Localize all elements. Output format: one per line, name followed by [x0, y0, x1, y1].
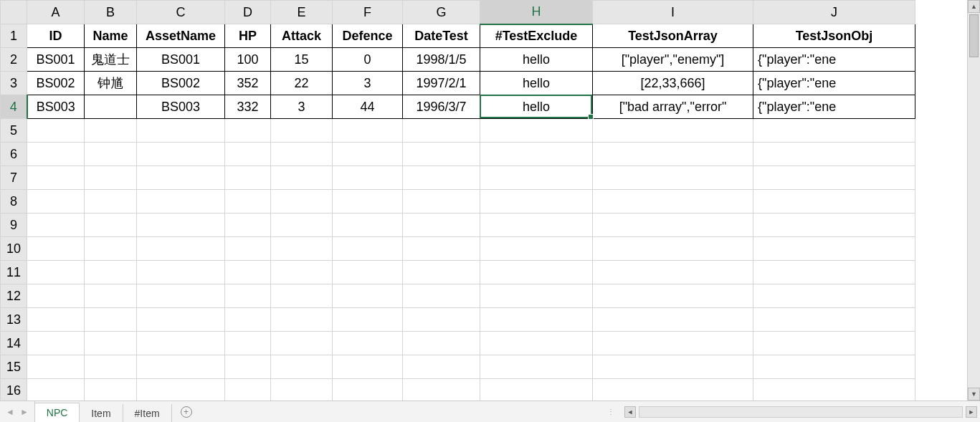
- cell-A13[interactable]: [27, 308, 85, 332]
- column-header-D[interactable]: D: [225, 1, 271, 24]
- cell-B1[interactable]: Name: [85, 24, 137, 48]
- cell-C15[interactable]: [137, 355, 225, 379]
- cell-C13[interactable]: [137, 308, 225, 332]
- row-header-4[interactable]: 4: [1, 95, 27, 119]
- cell-H13[interactable]: [480, 308, 593, 332]
- cell-F13[interactable]: [333, 308, 403, 332]
- sheet-tab-hash-Item[interactable]: #Item: [123, 404, 172, 422]
- cell-A6[interactable]: [27, 143, 85, 166]
- cell-E10[interactable]: [271, 237, 333, 261]
- row-header-14[interactable]: 14: [1, 332, 27, 355]
- cell-H14[interactable]: [480, 332, 593, 355]
- cell-H6[interactable]: [480, 143, 593, 166]
- cell-H7[interactable]: [480, 166, 593, 190]
- cell-E9[interactable]: [271, 214, 333, 237]
- cell-D1[interactable]: HP: [225, 24, 271, 48]
- cell-E16[interactable]: [271, 379, 333, 401]
- cell-A3[interactable]: BS002: [27, 72, 85, 95]
- cell-G12[interactable]: [403, 284, 480, 308]
- cell-B10[interactable]: [85, 237, 137, 261]
- cell-I10[interactable]: [593, 237, 753, 261]
- cell-F9[interactable]: [333, 214, 403, 237]
- cell-I7[interactable]: [593, 166, 753, 190]
- cell-A8[interactable]: [27, 190, 85, 214]
- cell-H2[interactable]: hello: [480, 48, 593, 72]
- cell-B8[interactable]: [85, 190, 137, 214]
- cell-I6[interactable]: [593, 143, 753, 166]
- cell-I5[interactable]: [593, 119, 753, 143]
- cell-A1[interactable]: ID: [27, 24, 85, 48]
- select-all-corner[interactable]: [1, 1, 27, 24]
- cell-G13[interactable]: [403, 308, 480, 332]
- row-header-5[interactable]: 5: [1, 119, 27, 143]
- cell-E1[interactable]: Attack: [271, 24, 333, 48]
- cell-H12[interactable]: [480, 284, 593, 308]
- cell-H1[interactable]: #TestExclude: [480, 24, 593, 48]
- row-header-13[interactable]: 13: [1, 308, 27, 332]
- cell-E3[interactable]: 22: [271, 72, 333, 95]
- cell-D2[interactable]: 100: [225, 48, 271, 72]
- cell-E12[interactable]: [271, 284, 333, 308]
- cell-F8[interactable]: [333, 190, 403, 214]
- row-header-16[interactable]: 16: [1, 379, 27, 401]
- sheet-tab-NPC[interactable]: NPC: [35, 403, 80, 422]
- scroll-left-button[interactable]: ◄: [624, 406, 636, 418]
- cell-F4[interactable]: 44: [333, 95, 403, 119]
- spreadsheet-grid[interactable]: ABCDEFGHIJ 1IDNameAssetNameHPAttackDefen…: [0, 0, 967, 401]
- cell-D14[interactable]: [225, 332, 271, 355]
- cell-B14[interactable]: [85, 332, 137, 355]
- cell-I8[interactable]: [593, 190, 753, 214]
- cell-F6[interactable]: [333, 143, 403, 166]
- cell-D12[interactable]: [225, 284, 271, 308]
- row-header-3[interactable]: 3: [1, 72, 27, 95]
- cell-A2[interactable]: BS001: [27, 48, 85, 72]
- cell-J13[interactable]: [753, 308, 915, 332]
- cell-E2[interactable]: 15: [271, 48, 333, 72]
- cell-G6[interactable]: [403, 143, 480, 166]
- cell-C16[interactable]: [137, 379, 225, 401]
- cell-E6[interactable]: [271, 143, 333, 166]
- cell-B6[interactable]: [85, 143, 137, 166]
- cell-H11[interactable]: [480, 261, 593, 284]
- cell-C7[interactable]: [137, 166, 225, 190]
- cell-J1[interactable]: TestJsonObj: [753, 24, 915, 48]
- row-header-1[interactable]: 1: [1, 24, 27, 48]
- cell-J4[interactable]: {"player":"ene: [753, 95, 915, 119]
- cell-F1[interactable]: Defence: [333, 24, 403, 48]
- cell-F2[interactable]: 0: [333, 48, 403, 72]
- cell-B12[interactable]: [85, 284, 137, 308]
- cell-B13[interactable]: [85, 308, 137, 332]
- cell-G15[interactable]: [403, 355, 480, 379]
- cell-C3[interactable]: BS002: [137, 72, 225, 95]
- row-header-10[interactable]: 10: [1, 237, 27, 261]
- cell-G1[interactable]: DateTest: [403, 24, 480, 48]
- horizontal-scrollbar[interactable]: ◄ ►: [622, 401, 980, 422]
- cell-H8[interactable]: [480, 190, 593, 214]
- cell-J9[interactable]: [753, 214, 915, 237]
- cell-G16[interactable]: [403, 379, 480, 401]
- cell-D13[interactable]: [225, 308, 271, 332]
- row-header-6[interactable]: 6: [1, 143, 27, 166]
- cell-J14[interactable]: [753, 332, 915, 355]
- cell-E5[interactable]: [271, 119, 333, 143]
- cell-B2[interactable]: 鬼道士: [85, 48, 137, 72]
- cell-D15[interactable]: [225, 355, 271, 379]
- cell-G2[interactable]: 1998/1/5: [403, 48, 480, 72]
- cell-I16[interactable]: [593, 379, 753, 401]
- column-header-E[interactable]: E: [271, 1, 333, 24]
- cell-G10[interactable]: [403, 237, 480, 261]
- vertical-scroll-track[interactable]: [968, 13, 980, 388]
- cell-G9[interactable]: [403, 214, 480, 237]
- cell-H3[interactable]: hello: [480, 72, 593, 95]
- cell-B16[interactable]: [85, 379, 137, 401]
- scroll-down-button[interactable]: ▼: [968, 388, 980, 401]
- cell-C6[interactable]: [137, 143, 225, 166]
- cell-B5[interactable]: [85, 119, 137, 143]
- cell-A16[interactable]: [27, 379, 85, 401]
- vertical-scrollbar[interactable]: ▲ ▼: [967, 0, 980, 401]
- cell-B9[interactable]: [85, 214, 137, 237]
- tab-nav-next-icon[interactable]: ►: [20, 407, 29, 417]
- cell-A12[interactable]: [27, 284, 85, 308]
- column-header-A[interactable]: A: [27, 1, 85, 24]
- column-header-G[interactable]: G: [403, 1, 480, 24]
